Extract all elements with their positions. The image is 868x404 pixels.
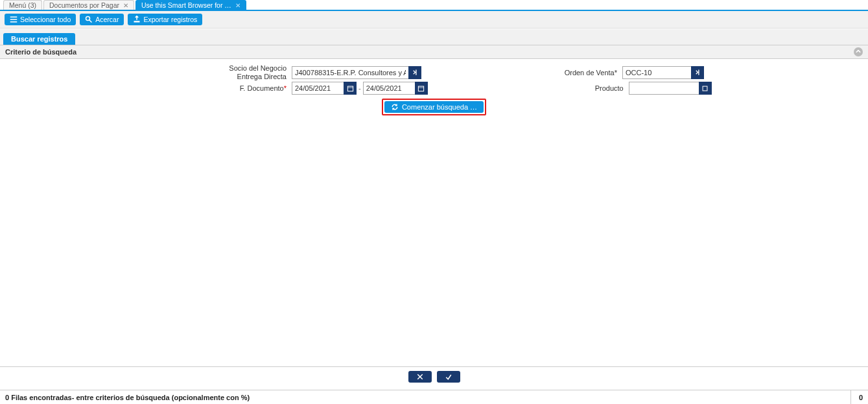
button-label: Comenzar búsqueda … <box>402 103 477 111</box>
dialog-buttons <box>0 366 868 385</box>
svg-rect-10 <box>703 86 707 91</box>
box-icon <box>701 85 709 92</box>
plug-icon <box>412 69 419 76</box>
button-label: Seleccionar todo <box>20 16 71 23</box>
svg-rect-1 <box>10 19 18 20</box>
toolbar: Seleccionar todo Acercar Exportar regist… <box>0 11 868 29</box>
date-from-picker-button[interactable] <box>344 82 357 95</box>
refresh-icon <box>391 103 399 111</box>
label-text: Orden de Venta <box>565 69 615 77</box>
date-from-input[interactable] <box>292 82 344 95</box>
required-marker: * <box>615 69 617 77</box>
svg-point-3 <box>86 17 90 21</box>
criteria-header: Criterio de búsqueda <box>0 45 868 59</box>
label-product: Producto <box>428 84 629 92</box>
criteria-title: Criterio de búsqueda <box>5 48 76 56</box>
export-button[interactable]: Exportar registros <box>128 14 202 25</box>
main-tabs: Menú (3) Documentos por Pagar ✕ Use this… <box>0 0 868 11</box>
tab-label: Use this Smart Browser for … <box>141 1 231 9</box>
status-text: 0 Filas encontradas- entre criterios de … <box>5 394 250 401</box>
required-marker: * <box>284 84 287 92</box>
cancel-button[interactable] <box>408 371 432 383</box>
partner-input[interactable] <box>292 66 408 79</box>
zoom-button[interactable]: Acercar <box>80 14 124 25</box>
search-criteria-form: Socio del Negocio Entrega Directa Orden … <box>0 59 868 122</box>
product-input[interactable] <box>629 82 699 95</box>
label-partner: Socio del Negocio Entrega Directa <box>0 64 292 80</box>
svg-rect-2 <box>10 21 18 23</box>
tab-label: Documentos por Pagar <box>49 1 119 9</box>
svg-rect-8 <box>419 86 424 91</box>
start-search-button[interactable]: Comenzar búsqueda … <box>384 101 484 113</box>
sales-order-input[interactable] <box>622 66 691 79</box>
tab-documentos[interactable]: Documentos por Pagar ✕ <box>43 0 134 10</box>
svg-rect-6 <box>347 86 353 91</box>
button-label: Exportar registros <box>143 16 197 23</box>
ok-button[interactable] <box>437 371 460 383</box>
calendar-icon <box>417 85 425 92</box>
date-to-picker-button[interactable] <box>415 82 428 95</box>
sales-order-lookup-button[interactable] <box>691 66 704 79</box>
svg-rect-0 <box>10 17 18 18</box>
tab-buscar-registros[interactable]: Buscar registros <box>3 33 75 45</box>
button-label: Acercar <box>95 16 119 23</box>
check-icon <box>444 373 453 381</box>
status-count: 0 <box>850 390 863 404</box>
export-icon <box>133 16 141 23</box>
highlight-box: Comenzar búsqueda … <box>382 99 486 115</box>
svg-rect-5 <box>134 21 140 22</box>
tab-smart-browser[interactable]: Use this Smart Browser for … ✕ <box>135 0 246 10</box>
tab-menu[interactable]: Menú (3) <box>3 0 42 10</box>
label-text: F. Documento <box>240 84 284 92</box>
close-icon[interactable]: ✕ <box>123 2 128 9</box>
panel-tabs: Buscar registros <box>0 29 868 45</box>
label-sales-order: Orden de Venta* <box>421 69 622 77</box>
date-to-input[interactable] <box>363 82 415 95</box>
zoom-icon <box>85 16 93 23</box>
select-all-button[interactable]: Seleccionar todo <box>5 14 76 25</box>
calendar-icon <box>347 85 354 92</box>
range-separator: - <box>358 84 361 92</box>
partner-lookup-button[interactable] <box>408 66 421 79</box>
label-text: Socio del Negocio Entrega Directa <box>222 64 287 80</box>
plug-icon <box>694 69 701 76</box>
tab-label: Menú (3) <box>9 1 36 9</box>
close-icon[interactable]: ✕ <box>235 2 240 9</box>
cancel-icon <box>416 373 425 381</box>
status-bar: 0 Filas encontradas- entre criterios de … <box>0 390 868 404</box>
product-lookup-button[interactable] <box>699 82 712 95</box>
svg-line-4 <box>89 20 92 23</box>
list-icon <box>10 16 18 23</box>
collapse-icon[interactable] <box>854 47 863 56</box>
label-doc-date: F. Documento* <box>0 84 292 93</box>
